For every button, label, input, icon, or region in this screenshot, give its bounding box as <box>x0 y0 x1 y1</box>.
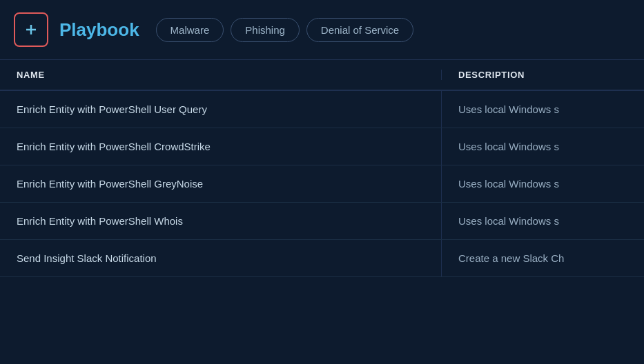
cell-name: Send Insight Slack Notification <box>0 240 442 276</box>
cell-description: Uses local Windows s <box>442 128 644 165</box>
cell-description: Uses local Windows s <box>442 165 644 202</box>
cell-name: Enrich Entity with PowerShell User Query <box>0 91 442 128</box>
page-title: Playbook <box>59 19 139 41</box>
table-row[interactable]: Enrich Entity with PowerShell Whois Uses… <box>0 203 644 240</box>
table-row[interactable]: Enrich Entity with PowerShell GreyNoise … <box>0 165 644 203</box>
add-playbook-button[interactable] <box>14 12 48 47</box>
cell-description: Create a new Slack Ch <box>442 240 644 276</box>
tab-phishing[interactable]: Phishing <box>231 18 300 42</box>
tab-malware[interactable]: Malware <box>156 18 224 42</box>
col-header-description: DESCRIPTION <box>442 70 644 80</box>
plus-icon <box>23 21 39 38</box>
table-header-row: NAME DESCRIPTION <box>0 60 644 91</box>
playbook-table: NAME DESCRIPTION Enrich Entity with Powe… <box>0 60 644 277</box>
cell-name: Enrich Entity with PowerShell CrowdStrik… <box>0 128 442 165</box>
tab-denial-of-service[interactable]: Denial of Service <box>306 18 413 42</box>
cell-name: Enrich Entity with PowerShell Whois <box>0 203 442 239</box>
cell-name: Enrich Entity with PowerShell GreyNoise <box>0 165 442 202</box>
cell-description: Uses local Windows s <box>442 91 644 128</box>
table-row[interactable]: Enrich Entity with PowerShell User Query… <box>0 91 644 128</box>
table-row[interactable]: Enrich Entity with PowerShell CrowdStrik… <box>0 128 644 165</box>
col-header-name: NAME <box>0 70 442 80</box>
table-row[interactable]: Send Insight Slack Notification Create a… <box>0 240 644 277</box>
page-header: Playbook Malware Phishing Denial of Serv… <box>0 0 644 60</box>
tab-bar: Malware Phishing Denial of Service <box>156 18 414 42</box>
cell-description: Uses local Windows s <box>442 203 644 239</box>
